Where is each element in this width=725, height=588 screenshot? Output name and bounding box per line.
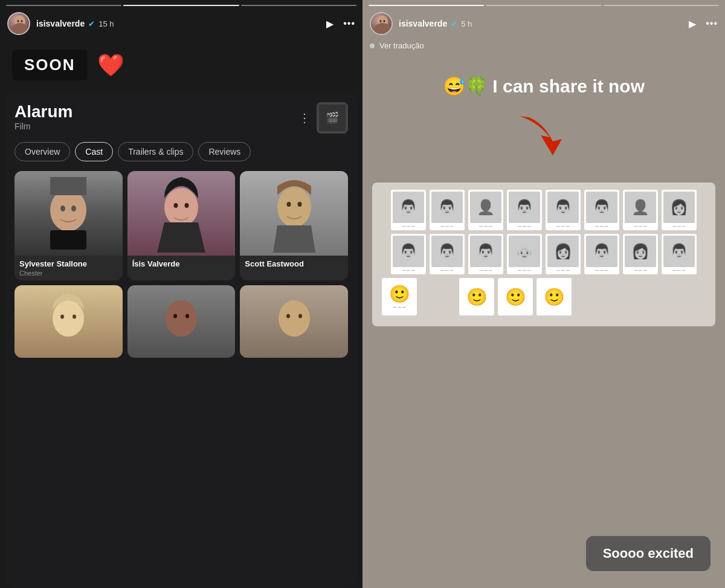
film-thumbnail-svg: 🎬 (317, 102, 348, 134)
board-name-1-5: — — — (556, 224, 569, 228)
scott-face-svg (267, 174, 321, 253)
board-name-2-2: — — — (440, 268, 453, 273)
board-photo-2-1: 👨 (393, 236, 424, 267)
cast-name-isis: Ísis Valverde (127, 256, 236, 270)
board-name-1-6: — — — (595, 224, 608, 228)
svg-point-2 (18, 20, 19, 22)
svg-point-13 (173, 203, 178, 208)
board-name-2-3: — — — (479, 268, 492, 273)
svg-point-16 (286, 202, 291, 207)
cast-grid-top: Sylvester Stallone Chester (14, 171, 348, 280)
board-photo-2-5: 👩 (547, 236, 579, 267)
play-button-right[interactable]: ▶ (689, 18, 696, 30)
board-card-2-3: 👨 — — — (468, 234, 503, 274)
progress-bar-2 (123, 5, 239, 6)
story-right: isisvalverde ✔ 5 h ▶ ••• Ver tradução 😅🍀… (362, 0, 725, 588)
svg-point-22 (173, 314, 177, 318)
avatar-image-left (8, 13, 29, 34)
header-info-right: isisvalverde ✔ 5 h (399, 19, 683, 28)
f4-face-svg (44, 288, 92, 355)
translation-bar: Ver tradução (362, 40, 725, 56)
board-name-2-4: — — — (518, 268, 530, 273)
progress-bars-left (0, 0, 362, 8)
board-name-1-3: — — — (479, 224, 492, 228)
play-button-left[interactable]: ▶ (326, 18, 334, 30)
avatar-svg-right (371, 13, 393, 35)
board-card-2-8: 👨 — — — (662, 234, 697, 274)
board-card-2-6: 👨 — — — (584, 234, 619, 274)
svg-text:🎬: 🎬 (326, 111, 340, 124)
svg-point-30 (384, 20, 385, 22)
username-right: isisvalverde (399, 19, 447, 28)
board-photo-2-2: 👨 (431, 236, 463, 267)
stallone-face-svg (41, 177, 95, 250)
tabs-bar: Overview Cast Trailers & clips Reviews (14, 142, 348, 161)
avatar-image-right (371, 13, 392, 34)
progress-bar-1 (6, 5, 121, 6)
svg-point-20 (72, 315, 76, 319)
svg-point-10 (71, 205, 76, 212)
progress-bar-r2 (486, 5, 601, 6)
board-photo-2-7: 👩 (625, 236, 656, 267)
board-card-1-7: 👤 — — — (623, 190, 658, 230)
svg-point-26 (298, 314, 302, 318)
cast-card-f6[interactable] (240, 285, 348, 358)
cast-photo-stallone (14, 171, 123, 256)
board-name-1-2: — — — (440, 224, 453, 228)
svg-point-14 (184, 203, 188, 208)
cast-photo-f4 (14, 285, 123, 358)
board-card-1-4: 👨 — — — (507, 190, 542, 230)
board-card-2-2: 👨 — — — (430, 234, 465, 274)
tab-cast[interactable]: Cast (75, 142, 113, 161)
smiley-face-1: 🙂 (389, 284, 410, 304)
svg-rect-11 (50, 230, 86, 250)
red-arrow-svg (507, 110, 580, 170)
svg-point-7 (50, 189, 86, 231)
board-card-1-1: 👨 — — — (391, 190, 426, 230)
svg-point-23 (185, 314, 189, 318)
cast-role-scott (240, 270, 348, 273)
progress-bar-r1 (369, 5, 484, 6)
share-text: 😅🍀 I can share it now (381, 74, 707, 98)
avatar-right[interactable] (370, 12, 393, 35)
time-ago-left: 15 h (98, 19, 114, 28)
soon-section: SOON ❤️ (0, 40, 362, 92)
tab-trailers[interactable]: Trailers & clips (118, 142, 193, 161)
board-name-1-4: — — — (518, 224, 530, 228)
excited-button[interactable]: Soooo excited (586, 536, 710, 571)
cast-card-f4[interactable] (14, 285, 123, 358)
cast-card-f5[interactable] (127, 285, 236, 358)
heart-emoji: ❤️ (97, 53, 124, 78)
share-text-section: 😅🍀 I can share it now (362, 56, 725, 110)
svg-point-3 (21, 20, 23, 22)
cast-board-row-1: 👨 — — — 👨 — — — 👤 — — — 👨 — — — 👨 (379, 190, 708, 230)
cast-card-scott[interactable]: Scott Eastwood (240, 171, 348, 280)
board-photo-1-1: 👨 (393, 192, 424, 223)
cast-card-stallone[interactable]: Sylvester Stallone Chester (14, 171, 123, 280)
cast-card-isis[interactable]: Ísis Valverde (127, 171, 236, 280)
cast-photo-scott (240, 171, 348, 256)
f6-face-svg (270, 288, 318, 355)
board-name-2-7: — — — (634, 268, 646, 273)
more-button-left[interactable]: ••• (343, 18, 355, 29)
board-card-2-1: 👨 — — — (391, 234, 426, 274)
svg-point-29 (380, 20, 382, 22)
tab-overview[interactable]: Overview (14, 142, 70, 161)
time-ago-right: 5 h (461, 19, 472, 28)
board-card-2-4: 👴 — — — (507, 234, 542, 274)
smiley-face-3: 🙂 (505, 287, 526, 307)
svg-point-12 (164, 188, 198, 227)
svg-point-9 (60, 205, 65, 212)
svg-rect-8 (50, 177, 86, 195)
board-photo-2-3: 👨 (470, 236, 501, 267)
board-name-1-1: — — — (402, 224, 414, 228)
avatar-left[interactable] (7, 12, 30, 35)
board-photo-2-8: 👨 (663, 236, 695, 267)
tab-reviews[interactable]: Reviews (198, 142, 251, 161)
board-photo-1-3: 👤 (470, 192, 501, 223)
board-card-1-5: 👨 — — — (546, 190, 581, 230)
film-type: Film (14, 121, 72, 131)
more-button-right[interactable]: ••• (706, 18, 718, 29)
ver-traducao[interactable]: Ver tradução (379, 41, 424, 50)
film-more-dots[interactable]: ⋮ (298, 111, 311, 125)
